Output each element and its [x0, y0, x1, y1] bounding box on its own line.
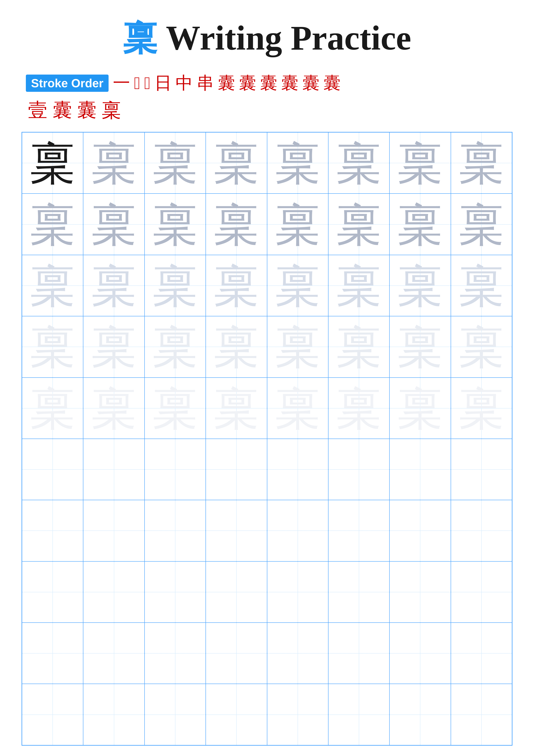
- grid-cell: 稟: [206, 378, 267, 439]
- grid-cell: [206, 561, 267, 623]
- stroke-10: 囊: [281, 71, 298, 95]
- practice-char: 稟: [91, 324, 137, 369]
- practice-char: 稟: [397, 263, 443, 308]
- practice-char: 稟: [214, 140, 259, 186]
- practice-char: 稟: [459, 202, 504, 247]
- grid-cell: [328, 623, 390, 684]
- grid-cell: [83, 439, 144, 500]
- grid-cell: [22, 500, 83, 561]
- grid-cell: 稟: [144, 316, 206, 377]
- practice-char: 稟: [275, 202, 320, 247]
- grid-cell: 稟: [390, 378, 451, 439]
- practice-char: 稟: [214, 202, 259, 247]
- stroke-6: 串: [197, 71, 214, 95]
- grid-cell: 稟: [83, 316, 144, 377]
- stroke-order-row1: Stroke Order 一 𠂇 𠃍 日 中 串 囊 囊 囊 囊 囊 囊: [26, 71, 513, 95]
- grid-cell: 稟: [451, 132, 512, 194]
- grid-cell: 稟: [328, 378, 390, 439]
- grid-cell: [390, 684, 451, 745]
- practice-char: 稟: [91, 202, 137, 247]
- grid-cell: [267, 623, 328, 684]
- stroke-7: 囊: [218, 71, 235, 95]
- grid-cell: [451, 439, 512, 500]
- stroke-16: 稟: [102, 97, 121, 123]
- grid-cell: [144, 500, 206, 561]
- title-text: Writing Practice: [157, 19, 411, 57]
- grid-cell: [144, 561, 206, 623]
- practice-char: 稟: [153, 263, 198, 308]
- practice-char: 稟: [30, 324, 75, 369]
- title-char: 稟: [123, 19, 157, 57]
- grid-cell: [451, 684, 512, 745]
- grid-cell: [144, 623, 206, 684]
- stroke-15: 囊: [77, 97, 96, 123]
- grid-cell: 稟: [206, 316, 267, 377]
- practice-char: 稟: [397, 140, 443, 186]
- practice-char: 稟: [397, 386, 443, 431]
- practice-char: 稟: [91, 140, 137, 186]
- practice-char: 稟: [459, 140, 504, 186]
- grid-cell: [22, 561, 83, 623]
- grid-cell: [267, 500, 328, 561]
- grid-cell: [144, 684, 206, 745]
- grid-cell: [390, 500, 451, 561]
- grid-cell: [22, 623, 83, 684]
- grid-cell: 稟: [22, 132, 83, 194]
- grid-cell: [390, 439, 451, 500]
- grid-cell: [83, 500, 144, 561]
- grid-cell: [267, 561, 328, 623]
- grid-cell: [83, 623, 144, 684]
- practice-char: 稟: [275, 140, 320, 186]
- grid-cell: 稟: [206, 194, 267, 255]
- practice-char: 稟: [153, 386, 198, 431]
- practice-char: 稟: [397, 324, 443, 369]
- grid-cell: 稟: [267, 316, 328, 377]
- practice-char: 稟: [214, 386, 259, 431]
- grid-cell: [22, 684, 83, 745]
- grid-cell: [267, 439, 328, 500]
- stroke-11: 囊: [302, 71, 319, 95]
- grid-cell: 稟: [390, 255, 451, 316]
- grid-cell: [328, 561, 390, 623]
- practice-char: 稟: [30, 202, 75, 247]
- grid-cell: [83, 684, 144, 745]
- stroke-1: 一: [113, 71, 130, 95]
- grid-cell: 稟: [451, 316, 512, 377]
- stroke-13: 壹: [28, 97, 47, 123]
- grid-cell: [390, 561, 451, 623]
- grid-cell: [267, 684, 328, 745]
- grid-cell: 稟: [83, 132, 144, 194]
- practice-char: 稟: [336, 202, 381, 247]
- stroke-order-label: Stroke Order: [26, 74, 109, 92]
- page-title: 稟 Writing Practice: [123, 17, 411, 59]
- practice-char: 稟: [459, 324, 504, 369]
- grid-cell: 稟: [206, 132, 267, 194]
- practice-char: 稟: [91, 263, 137, 308]
- stroke-5: 中: [176, 71, 193, 95]
- grid-cell: 稟: [22, 255, 83, 316]
- practice-char: 稟: [459, 386, 504, 431]
- grid-cell: 稟: [83, 194, 144, 255]
- practice-char: 稟: [91, 386, 137, 431]
- grid-cell: 稟: [22, 316, 83, 377]
- practice-char: 稟: [275, 324, 320, 369]
- grid-cell: 稟: [22, 378, 83, 439]
- grid-cell: 稟: [144, 255, 206, 316]
- practice-char: 稟: [397, 202, 443, 247]
- practice-char: 稟: [336, 140, 381, 186]
- stroke-sequence-row1: 一 𠂇 𠃍 日 中 串 囊 囊 囊 囊 囊 囊: [113, 71, 340, 95]
- grid-cell: 稟: [83, 255, 144, 316]
- grid-cell: 稟: [390, 132, 451, 194]
- grid-cell: 稟: [144, 132, 206, 194]
- grid-cell: 稟: [144, 194, 206, 255]
- stroke-12: 囊: [323, 71, 341, 95]
- grid-cell: 稟: [328, 316, 390, 377]
- grid-cell: [144, 439, 206, 500]
- stroke-14: 囊: [53, 97, 72, 123]
- grid-cell: 稟: [83, 378, 144, 439]
- practice-char: 稟: [30, 140, 75, 186]
- grid-cell: [451, 623, 512, 684]
- practice-char: 稟: [336, 324, 381, 369]
- stroke-9: 囊: [260, 71, 277, 95]
- grid-cell: [328, 684, 390, 745]
